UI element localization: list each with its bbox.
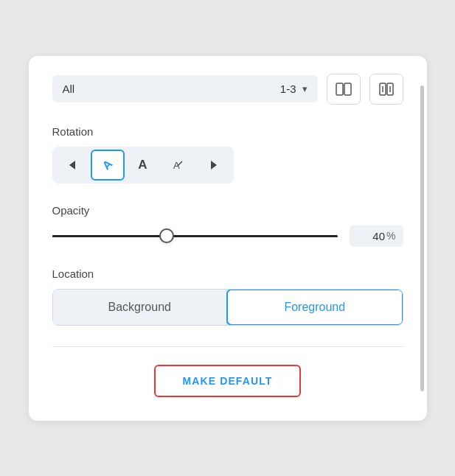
opacity-value-box: 40 % bbox=[350, 225, 403, 247]
rotate-ccw90-button[interactable] bbox=[55, 150, 89, 181]
rotate-cw90-button[interactable] bbox=[197, 150, 231, 181]
scrollbar[interactable] bbox=[420, 85, 424, 391]
pages-range: 1-3 bbox=[280, 83, 296, 95]
rotate-ccw45-button[interactable]: A bbox=[91, 150, 125, 181]
divider bbox=[52, 346, 403, 347]
spread-view-button[interactable] bbox=[327, 74, 361, 105]
svg-marker-12 bbox=[211, 161, 217, 169]
rotate-cw45-button[interactable]: A bbox=[161, 150, 195, 181]
opacity-row: 40 % bbox=[52, 225, 403, 247]
page-view-icon bbox=[379, 83, 394, 96]
svg-rect-0 bbox=[336, 83, 343, 95]
top-row: All 1-3 ▾ bbox=[52, 74, 403, 105]
background-button[interactable]: Background bbox=[53, 290, 228, 325]
foreground-button[interactable]: Foreground bbox=[226, 289, 403, 326]
opacity-slider-thumb[interactable] bbox=[159, 228, 174, 243]
location-section: Location Background Foreground bbox=[52, 267, 403, 326]
location-buttons-group: Background Foreground bbox=[52, 289, 403, 326]
opacity-unit: % bbox=[386, 230, 395, 242]
svg-marker-9 bbox=[69, 161, 75, 169]
opacity-slider-fill bbox=[52, 235, 167, 237]
settings-panel: All 1-3 ▾ Rotation A bbox=[29, 56, 427, 421]
make-default-button[interactable]: MAKE DEFAULT bbox=[154, 365, 300, 397]
rotation-label: Rotation bbox=[52, 125, 403, 138]
opacity-section: Opacity 40 % bbox=[52, 204, 403, 247]
svg-rect-1 bbox=[344, 83, 351, 95]
opacity-slider-track[interactable] bbox=[52, 235, 338, 237]
rotate-0-button[interactable]: A bbox=[126, 150, 160, 181]
location-label: Location bbox=[52, 267, 403, 280]
rotation-section: Rotation A A A bbox=[52, 125, 403, 183]
spread-view-icon bbox=[336, 83, 352, 96]
opacity-input[interactable]: 40 bbox=[357, 230, 385, 242]
pages-all-label: All bbox=[63, 83, 274, 95]
rotation-buttons-group: A A A bbox=[52, 147, 234, 183]
svg-text:A: A bbox=[173, 160, 180, 171]
dropdown-icon: ▾ bbox=[302, 83, 308, 94]
opacity-label: Opacity bbox=[52, 204, 403, 217]
pages-selector[interactable]: All 1-3 ▾ bbox=[52, 75, 318, 102]
page-view-button[interactable] bbox=[369, 74, 403, 105]
